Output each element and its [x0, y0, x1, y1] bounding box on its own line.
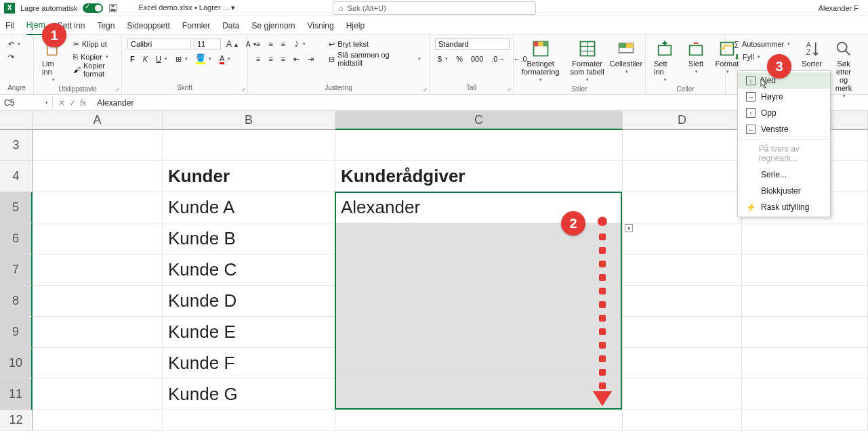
fill-color-button[interactable]: 🪣▾: [193, 53, 214, 65]
cell-A9[interactable]: [33, 317, 163, 348]
cell-E11[interactable]: [742, 379, 868, 410]
col-header-D[interactable]: D: [623, 111, 742, 130]
increase-decimal-button[interactable]: .0→: [489, 53, 508, 65]
cell-D10[interactable]: [623, 348, 742, 379]
cell-B3[interactable]: [163, 130, 335, 161]
cell-A12[interactable]: [33, 410, 163, 431]
align-top-button[interactable]: ≡: [253, 38, 263, 50]
row-header-7[interactable]: 7: [0, 255, 33, 286]
cell-A3[interactable]: [33, 130, 163, 161]
accept-formula-icon[interactable]: ✓: [69, 98, 76, 108]
cell-E8[interactable]: [742, 286, 868, 317]
tab-fil[interactable]: Fil: [5, 17, 14, 35]
cell-E10[interactable]: [742, 348, 868, 379]
cell-D9[interactable]: [623, 317, 742, 348]
cell-A6[interactable]: [33, 223, 163, 255]
increase-indent-button[interactable]: ⇥: [305, 53, 316, 65]
row-header-12[interactable]: 12: [0, 410, 33, 431]
row-header-4[interactable]: 4: [0, 161, 33, 192]
cell-C8[interactable]: [335, 286, 623, 317]
percent-button[interactable]: %: [453, 53, 466, 65]
cell-B4[interactable]: Kunder: [163, 161, 335, 192]
autosave-toggle[interactable]: [83, 3, 103, 13]
fill-series-item[interactable]: Serie...: [738, 167, 830, 183]
cell-C3[interactable]: [335, 130, 623, 161]
cell-B5[interactable]: Kunde A: [163, 192, 335, 223]
tab-sideoppsett[interactable]: Sideoppsett: [127, 17, 169, 35]
increase-font-button[interactable]: A▴: [224, 38, 241, 50]
fill-right-item[interactable]: →Høyre: [738, 89, 830, 105]
align-bottom-button[interactable]: ≡: [278, 38, 288, 50]
conditional-formatting-button[interactable]: Betinget formatering▾: [519, 38, 562, 84]
border-button[interactable]: ⊞▾: [173, 53, 190, 65]
find-select-button[interactable]: Søk etter og merk▾: [830, 38, 857, 100]
autosum-button[interactable]: ∑ Autosummer ▾: [731, 38, 793, 50]
cell-D3[interactable]: [623, 130, 742, 161]
alignment-expand-icon[interactable]: ⤢: [423, 87, 428, 93]
italic-button[interactable]: K: [140, 53, 150, 65]
delete-cells-button[interactable]: Slett▾: [682, 38, 709, 76]
cell-C4[interactable]: Kunderådgiver: [335, 161, 623, 192]
bold-button[interactable]: F: [127, 53, 138, 65]
cell-E6[interactable]: [742, 223, 868, 255]
format-as-table-button[interactable]: Formater som tabell▾: [566, 38, 608, 84]
cell-A4[interactable]: [33, 161, 163, 192]
clipboard-expand-icon[interactable]: ⤢: [115, 87, 120, 93]
tab-se-gjennom[interactable]: Se gjennom: [252, 17, 295, 35]
cell-C12[interactable]: [335, 410, 623, 431]
fill-up-item[interactable]: ↑Opp: [738, 105, 830, 121]
cell-B7[interactable]: Kunde C: [163, 255, 335, 286]
row-header-3[interactable]: 3: [0, 130, 33, 161]
undo-button[interactable]: ↶ ▾: [5, 38, 23, 50]
cell-A11[interactable]: [33, 379, 163, 410]
wrap-text-button[interactable]: ↩ Bryt tekst: [326, 38, 423, 50]
cell-D7[interactable]: [623, 255, 742, 286]
fill-button[interactable]: ⬇ Fyll ▾: [731, 51, 763, 63]
redo-button[interactable]: ↷: [5, 51, 17, 63]
cell-D12[interactable]: [623, 410, 742, 431]
font-color-button[interactable]: A▾: [217, 53, 233, 65]
row-header-5[interactable]: 5: [0, 192, 33, 223]
cell-A10[interactable]: [33, 348, 163, 379]
row-header-9[interactable]: 9: [0, 317, 33, 348]
underline-button[interactable]: U▾: [153, 53, 170, 65]
cell-E7[interactable]: [742, 255, 868, 286]
format-painter-button[interactable]: 🖌 Kopier format: [70, 64, 116, 76]
cell-A7[interactable]: [33, 255, 163, 286]
comma-button[interactable]: 000: [468, 53, 486, 65]
cancel-formula-icon[interactable]: ✕: [58, 98, 65, 108]
cell-B8[interactable]: Kunde D: [163, 286, 335, 317]
cell-A5[interactable]: [33, 192, 163, 223]
tab-visning[interactable]: Visning: [308, 17, 334, 35]
tab-tegn[interactable]: Tegn: [97, 17, 115, 35]
orientation-button[interactable]: ⤸▾: [291, 38, 308, 50]
cut-button[interactable]: ✂ Klipp ut: [70, 38, 116, 50]
search-box[interactable]: ⌕ Søk (Alt+U): [333, 1, 536, 15]
fill-left-item[interactable]: ←Venstre: [738, 121, 830, 137]
insert-cells-button[interactable]: Sett inn▾: [651, 38, 678, 84]
accounting-button[interactable]: $▾: [435, 53, 451, 65]
fill-flash-item[interactable]: ⚡Rask utfylling: [738, 199, 830, 215]
cell-B10[interactable]: Kunde F: [163, 348, 335, 379]
col-header-B[interactable]: B: [163, 111, 335, 130]
decrease-indent-button[interactable]: ⇤: [291, 53, 302, 65]
align-left-button[interactable]: ≡: [253, 53, 263, 65]
document-title[interactable]: Excel demo.xlsx • Lagrer ... ▾: [138, 3, 235, 12]
save-icon[interactable]: [108, 3, 118, 13]
fill-justify-item[interactable]: Blokkjuster: [738, 183, 830, 199]
font-name-select[interactable]: [127, 39, 191, 49]
cell-D4[interactable]: [623, 161, 742, 192]
tab-formler[interactable]: Formler: [182, 17, 210, 35]
align-right-button[interactable]: ≡: [278, 53, 288, 65]
quick-analysis-handle[interactable]: ▾: [625, 224, 633, 232]
cell-C7[interactable]: [335, 255, 623, 286]
tab-hjelp[interactable]: Hjelp: [346, 17, 365, 35]
cell-styles-button[interactable]: Cellestiler▾: [613, 38, 640, 76]
font-expand-icon[interactable]: ⤢: [241, 87, 246, 93]
cell-D6[interactable]: [623, 223, 742, 255]
cell-A8[interactable]: [33, 286, 163, 317]
number-format-select[interactable]: [435, 38, 510, 50]
col-header-C[interactable]: C: [335, 111, 623, 130]
row-header-10[interactable]: 10: [0, 348, 33, 379]
fx-icon[interactable]: fx: [80, 98, 86, 108]
